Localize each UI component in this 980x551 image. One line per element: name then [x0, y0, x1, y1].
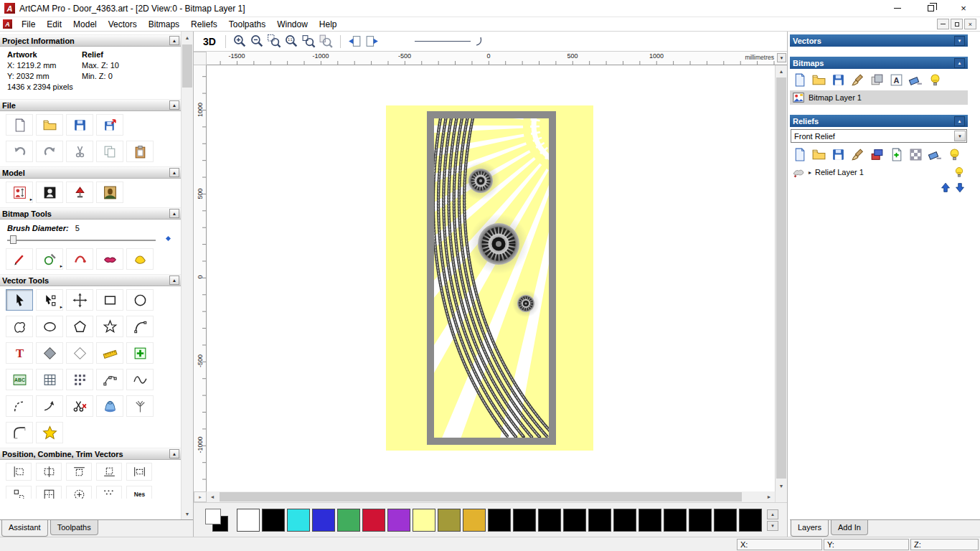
menu-bitmaps[interactable]: Bitmaps — [143, 18, 185, 31]
envelope-distort-button[interactable] — [66, 342, 93, 364]
palette-colour-6[interactable] — [387, 509, 410, 532]
palette-colour-5[interactable] — [362, 509, 385, 532]
make-grid-button[interactable] — [36, 369, 63, 390]
new-model-button[interactable] — [6, 114, 33, 136]
smudge-tool-button[interactable] — [66, 248, 93, 270]
sweep-layer-button[interactable] — [849, 146, 866, 162]
undo-button[interactable] — [6, 141, 33, 162]
node-editing-flyout-icon[interactable]: ▸ — [60, 305, 62, 310]
save-file-button[interactable] — [66, 114, 93, 136]
palette-colour-9[interactable] — [463, 509, 486, 532]
palette-colour-0[interactable] — [237, 509, 260, 532]
nes-text-button[interactable]: Nes — [126, 486, 152, 499]
collapse-bitmaps-button[interactable]: ▲ — [954, 58, 965, 68]
fit-arcs-button[interactable] — [6, 395, 33, 417]
save-bitmap-layer-button[interactable] — [829, 72, 847, 88]
combine-layers-button[interactable] — [868, 146, 885, 162]
menu-vectors[interactable]: Vectors — [103, 18, 143, 31]
add-relief-layer-button[interactable] — [887, 146, 905, 162]
assistant-scrollbar[interactable]: ▲ ▼ — [181, 32, 193, 519]
collapse-vector-tools-button[interactable]: ▲ — [169, 276, 179, 285]
delete-layer-button[interactable] — [907, 72, 924, 88]
delete-relief-layer-button[interactable] — [926, 146, 943, 162]
minimize-button[interactable] — [881, 0, 914, 17]
palette-down-icon[interactable]: ▼ — [767, 521, 778, 531]
tab-toolpaths[interactable]: Toolpaths — [50, 520, 98, 535]
horizontal-scrollbar[interactable]: ▸ ◄ ► — [194, 491, 787, 502]
merge-layers-button[interactable] — [868, 72, 885, 88]
collapse-file-button[interactable]: ▲ — [169, 100, 179, 110]
collapse-position-button[interactable]: ▲ — [169, 449, 179, 458]
palette-colour-8[interactable] — [438, 509, 461, 532]
primary-secondary-colour-swatch[interactable] — [205, 509, 228, 532]
primary-colour[interactable] — [205, 509, 221, 524]
trim-scissors-button[interactable] — [66, 395, 93, 417]
collapse-reliefs-button[interactable]: ▲ — [954, 116, 965, 126]
menu-file[interactable]: File — [16, 18, 41, 31]
wrap-distort-button[interactable] — [36, 342, 63, 364]
create-star-button[interactable] — [96, 316, 123, 337]
collapse-project-info-button[interactable]: ▲ — [169, 36, 179, 45]
mdi-close-button[interactable]: × — [964, 19, 976, 29]
palette-up-icon[interactable]: ▲ — [767, 509, 778, 519]
sweep-layer-button[interactable] — [849, 72, 866, 88]
align-top-1-button[interactable] — [66, 463, 92, 481]
open-relief-layer-button[interactable] — [810, 146, 827, 162]
horizontal-scrollbar-track[interactable] — [218, 491, 763, 502]
tab-layers[interactable]: Layers — [791, 520, 829, 537]
align-a-button[interactable] — [6, 486, 32, 499]
vertical-scrollbar[interactable]: ▲ ▼ — [775, 65, 787, 491]
zoom-box-button[interactable] — [266, 34, 283, 50]
paste-button[interactable] — [126, 141, 154, 162]
set-model-size-button[interactable]: ▸ — [6, 182, 33, 203]
palette-colour-4[interactable] — [337, 509, 360, 532]
menu-reliefs[interactable]: Reliefs — [185, 18, 223, 31]
draw-tool-flyout-icon[interactable]: ▸ — [60, 264, 62, 269]
relief-select-combobox[interactable]: Front Relief ▼ — [791, 129, 967, 143]
palette-colour-2[interactable] — [287, 509, 310, 532]
create-circle-button[interactable] — [36, 316, 63, 337]
align-left-button[interactable] — [6, 463, 32, 481]
snap-left-button[interactable] — [347, 34, 363, 50]
move-layer-up-button[interactable] — [939, 182, 952, 193]
relief-layer-expander-icon[interactable]: ▸ — [809, 169, 811, 176]
create-text-button[interactable]: T — [6, 342, 33, 364]
create-arc-button[interactable] — [126, 316, 154, 337]
relief-layer-visibility-icon[interactable] — [953, 166, 966, 179]
bitmap-to-vector-button[interactable] — [36, 422, 63, 443]
set-model-size-flyout-icon[interactable]: ▸ — [30, 197, 32, 202]
zoom-in-button[interactable] — [232, 34, 248, 50]
align-top-2-button[interactable] — [96, 463, 122, 481]
fillet-tool-button[interactable] — [6, 422, 33, 443]
palette-colour-20[interactable] — [739, 509, 762, 532]
scroll-right-icon[interactable]: ► — [763, 491, 775, 502]
scrollbar-thumb[interactable] — [182, 44, 192, 88]
bitmap-layer-row[interactable]: Bitmap Layer 1 — [790, 90, 968, 105]
tab-assistant[interactable]: Assistant — [1, 520, 48, 537]
palette-colour-14[interactable] — [588, 509, 611, 532]
restore-button[interactable] — [914, 0, 947, 17]
menu-help[interactable]: Help — [314, 18, 343, 31]
tab-add-in[interactable]: Add In — [831, 520, 868, 535]
model-lighting-button[interactable] — [66, 182, 93, 203]
zoom-1to1-button[interactable]: 1:1 — [283, 34, 300, 50]
spin-relief-button[interactable] — [96, 395, 123, 417]
zoom-objects-button[interactable] — [301, 34, 317, 50]
palette-colour-16[interactable] — [639, 509, 661, 532]
layer-attributes-button[interactable]: A — [887, 72, 905, 88]
centreline-button[interactable] — [126, 395, 154, 417]
expand-vectors-button[interactable]: ▼ — [954, 36, 965, 46]
scroll-left-icon[interactable]: ◄ — [207, 491, 218, 502]
scroll-down-icon[interactable]: ▼ — [776, 480, 787, 491]
palette-colour-17[interactable] — [664, 509, 687, 532]
measure-tool-button[interactable] — [96, 342, 123, 364]
relief-combo-dropdown-icon[interactable]: ▼ — [954, 131, 966, 141]
palette-colour-18[interactable] — [689, 509, 712, 532]
align-span-button[interactable] — [126, 463, 152, 481]
mdi-restore-button[interactable] — [951, 19, 963, 29]
menu-model[interactable]: Model — [67, 18, 103, 31]
create-freehand-button[interactable] — [6, 316, 33, 337]
snap-right-button[interactable] — [364, 34, 380, 50]
copy-button[interactable] — [96, 141, 123, 162]
3d-view-button[interactable]: 3D — [199, 36, 220, 47]
